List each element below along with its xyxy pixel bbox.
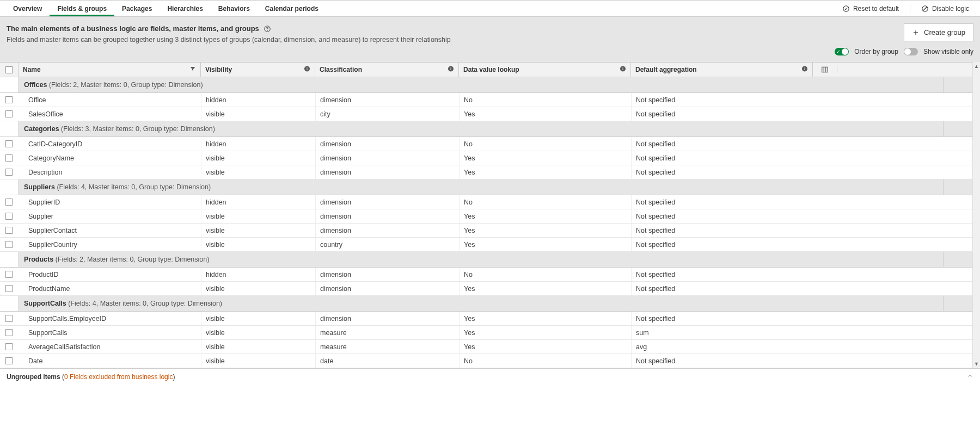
row-checkbox[interactable] [5, 357, 13, 364]
row-checkbox[interactable] [5, 241, 13, 248]
table-row[interactable]: ProductName visible dimension Yes Not sp… [0, 282, 980, 296]
reset-button[interactable]: Reset to default [837, 0, 904, 17]
cell-classification: measure [315, 326, 459, 339]
table-row[interactable]: SupportCalls.EmployeeID visible dimensio… [0, 312, 980, 326]
table-row[interactable]: SalesOffice visible city Yes Not specifi… [0, 107, 980, 121]
group-label: Categories (Fields: 3, Master items: 0, … [19, 125, 215, 133]
row-checkbox[interactable] [5, 110, 13, 117]
svg-rect-15 [623, 67, 623, 68]
table-row[interactable]: Supplier visible dimension Yes Not speci… [0, 209, 980, 224]
tab-packages[interactable]: Packages [114, 2, 160, 16]
table-row[interactable]: SupplierCountry visible country Yes Not … [0, 238, 980, 252]
row-checkbox[interactable] [5, 271, 13, 278]
row-checkbox-cell [0, 137, 19, 151]
svg-line-2 [923, 7, 927, 10]
row-checkbox[interactable] [5, 96, 13, 103]
cell-visibility: hidden [201, 195, 315, 209]
table-row[interactable]: ProductID hidden dimension No Not specif… [0, 268, 980, 282]
col-header-agg[interactable]: Default aggregation [631, 63, 813, 77]
row-checkbox[interactable] [5, 329, 13, 336]
tab-hierarchies[interactable]: Hierarchies [160, 2, 210, 16]
row-checkbox[interactable] [5, 199, 13, 206]
row-checkbox[interactable] [5, 285, 13, 292]
cell-agg: Not specified [631, 165, 813, 179]
cell-name: Description [19, 165, 201, 179]
create-group-button[interactable]: Create group [904, 23, 973, 41]
cell-lookup: No [459, 93, 631, 107]
table-row[interactable]: SupportCalls visible measure Yes sum [0, 326, 980, 340]
cell-name: Office [19, 93, 201, 107]
scroll-down-icon[interactable]: ▼ [974, 359, 979, 368]
row-checkbox-cell [0, 209, 19, 223]
group-label: Suppliers (Fields: 4, Master items: 0, G… [19, 183, 211, 191]
row-checkbox[interactable] [5, 315, 13, 322]
group-row[interactable]: Offices (Fields: 2, Master items: 0, Gro… [0, 77, 980, 93]
svg-rect-11 [451, 69, 451, 71]
cell-classification: dimension [315, 165, 459, 179]
reset-label: Reset to default [853, 5, 899, 13]
cell-agg: sum [631, 326, 813, 339]
col-header-classification[interactable]: Classification [315, 63, 459, 77]
cell-agg: Not specified [631, 282, 813, 295]
cell-lookup: No [459, 195, 631, 209]
row-checkbox[interactable] [5, 213, 13, 220]
row-checkbox-cell [0, 340, 19, 354]
cell-visibility: visible [201, 340, 315, 354]
col-header-classification-label: Classification [320, 66, 362, 73]
group-spacer [0, 179, 19, 195]
select-all-checkbox[interactable] [5, 66, 13, 73]
group-row[interactable]: Products (Fields: 2, Master items: 0, Gr… [0, 252, 980, 268]
row-checkbox[interactable] [5, 227, 13, 234]
svg-rect-14 [623, 69, 623, 71]
scroll-up-icon[interactable]: ▲ [974, 62, 979, 71]
cell-classification: dimension [315, 137, 459, 151]
subheader-title: The main elements of a business logic ar… [7, 24, 259, 33]
row-checkbox[interactable] [5, 169, 13, 176]
group-row[interactable]: Categories (Fields: 3, Master items: 0, … [0, 121, 980, 137]
tab-fields-groups[interactable]: Fields & groups [50, 2, 114, 16]
info-icon[interactable] [801, 66, 808, 74]
col-header-lookup[interactable]: Data value lookup [459, 63, 631, 77]
svg-rect-17 [805, 69, 805, 71]
show-visible-only-toggle[interactable] [904, 48, 918, 55]
table-row[interactable]: Date visible date No Not specified [0, 354, 980, 368]
tab-behaviors[interactable]: Behaviors [211, 2, 258, 16]
column-settings[interactable] [813, 66, 837, 73]
order-by-group-toggle[interactable]: ✓ [835, 48, 849, 55]
svg-rect-9 [307, 67, 308, 68]
table-row[interactable]: CategoryName visible dimension Yes Not s… [0, 151, 980, 165]
group-row[interactable]: Suppliers (Fields: 4, Master items: 0, G… [0, 179, 980, 195]
table-row[interactable]: CatID-CategoryID hidden dimension No Not… [0, 137, 980, 151]
table-row[interactable]: Description visible dimension Yes Not sp… [0, 165, 980, 179]
table-row[interactable]: SupplierID hidden dimension No Not speci… [0, 195, 980, 209]
col-header-name[interactable]: Name [19, 63, 201, 77]
cell-lookup: Yes [459, 340, 631, 354]
cell-lookup: Yes [459, 282, 631, 295]
table-row[interactable]: AverageCallSatisfaction visible measure … [0, 340, 980, 354]
disable-button[interactable]: Disable logic [916, 0, 975, 17]
group-row[interactable]: SupportCalls (Fields: 4, Master items: 0… [0, 296, 980, 312]
col-header-name-label: Name [23, 66, 41, 73]
help-icon[interactable] [264, 25, 271, 33]
row-checkbox[interactable] [5, 154, 13, 162]
info-icon[interactable] [620, 66, 626, 74]
subheader: The main elements of a business logic ar… [0, 17, 980, 62]
table-row[interactable]: SupplierContact visible dimension Yes No… [0, 224, 980, 238]
ungrouped-footer[interactable]: Ungrouped items (0 Fields excluded from … [0, 368, 980, 385]
col-header-visibility[interactable]: Visibility [201, 63, 315, 77]
plus-icon [912, 29, 920, 36]
cell-name: CategoryName [19, 151, 201, 165]
info-icon[interactable] [448, 66, 454, 74]
row-checkbox-cell [0, 268, 19, 281]
tab-overview[interactable]: Overview [5, 2, 50, 16]
row-checkbox-cell [0, 224, 19, 237]
row-checkbox[interactable] [5, 343, 13, 350]
tab-calendar-periods[interactable]: Calendar periods [258, 2, 326, 16]
filter-icon[interactable] [189, 66, 196, 74]
row-checkbox[interactable] [5, 140, 13, 147]
table-row[interactable]: Office hidden dimension No Not specified [0, 93, 980, 107]
cell-lookup: No [459, 354, 631, 368]
info-icon[interactable] [304, 66, 310, 74]
scrollbar[interactable]: ▲ ▼ [972, 62, 980, 368]
cell-classification: country [315, 238, 459, 251]
